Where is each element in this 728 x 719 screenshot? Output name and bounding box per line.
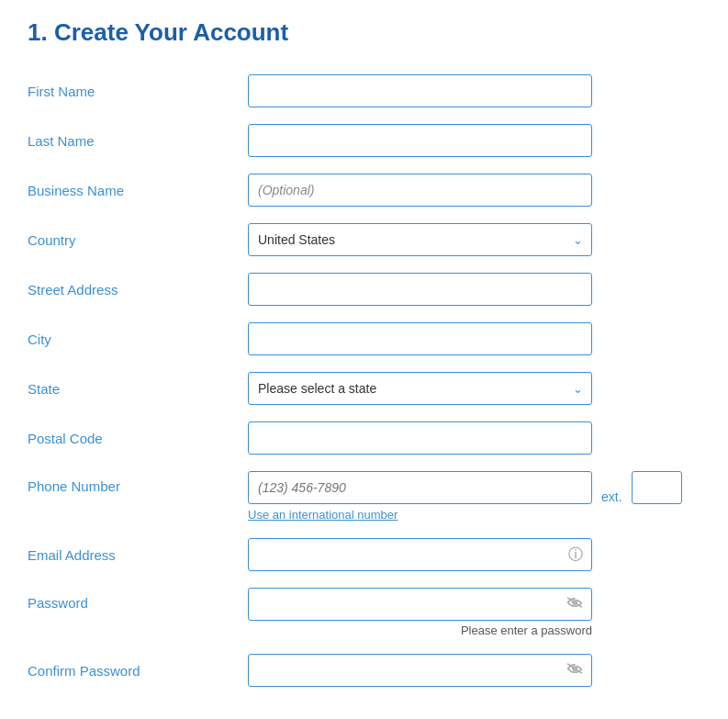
state-select-wrapper: Please select a state Alabama Alaska Ari… [248, 372, 592, 405]
city-field [248, 322, 700, 355]
phone-number-input[interactable] [248, 471, 592, 504]
password-label: Password [28, 588, 248, 611]
password-input-wrapper [248, 588, 592, 621]
confirm-password-field [248, 654, 700, 687]
phone-number-label: Phone Number [28, 471, 248, 494]
last-name-field [248, 124, 700, 157]
business-name-input[interactable] [248, 174, 592, 207]
password-row: Password Please enter a password [28, 588, 700, 637]
ext-input[interactable] [632, 471, 682, 504]
country-row: Country United States Canada United King… [28, 223, 700, 256]
postal-code-input[interactable] [248, 421, 592, 455]
email-address-label: Email Address [28, 547, 248, 563]
business-name-label: Business Name [28, 183, 248, 198]
password-input[interactable] [248, 588, 592, 621]
password-field: Please enter a password [248, 588, 700, 637]
phone-row-inner: Use an international number ext. [248, 471, 700, 522]
phone-number-row: Phone Number Use an international number… [28, 471, 700, 522]
first-name-field [248, 74, 700, 107]
business-name-row: Business Name [28, 174, 700, 207]
first-name-input[interactable] [248, 74, 592, 107]
street-address-row: Street Address [28, 273, 700, 306]
confirm-password-input-wrapper [248, 654, 592, 687]
country-label: Country [28, 232, 248, 248]
eye-slash-icon[interactable] [566, 596, 583, 612]
last-name-label: Last Name [28, 133, 248, 149]
first-name-row: First Name [28, 74, 700, 107]
confirm-password-row: Confirm Password [28, 654, 700, 687]
confirm-eye-slash-icon[interactable] [566, 662, 583, 679]
postal-code-label: Postal Code [28, 431, 248, 446]
email-address-row: Email Address ⓘ [28, 538, 700, 571]
postal-code-row: Postal Code [28, 421, 700, 455]
password-error-message: Please enter a password [248, 624, 592, 637]
phone-input-wrapper: Use an international number [248, 471, 592, 522]
info-icon: ⓘ [568, 545, 583, 565]
street-address-field [248, 273, 700, 306]
country-select[interactable]: United States Canada United Kingdom Aust… [248, 223, 592, 256]
intl-number-link[interactable]: Use an international number [248, 508, 592, 522]
state-label: State [28, 381, 248, 397]
business-name-field [248, 174, 700, 207]
confirm-password-input[interactable] [248, 654, 592, 687]
email-address-field: ⓘ [248, 538, 700, 571]
email-address-input[interactable] [248, 538, 592, 571]
country-select-wrapper: United States Canada United Kingdom Aust… [248, 223, 592, 256]
state-row: State Please select a state Alabama Alas… [28, 372, 700, 405]
phone-number-field: Use an international number ext. [248, 471, 700, 522]
street-address-input[interactable] [248, 273, 592, 306]
city-input[interactable] [248, 322, 592, 355]
last-name-input[interactable] [248, 124, 592, 157]
first-name-label: First Name [28, 84, 248, 99]
postal-code-field [248, 421, 700, 455]
state-field: Please select a state Alabama Alaska Ari… [248, 372, 700, 405]
state-select[interactable]: Please select a state Alabama Alaska Ari… [248, 372, 592, 405]
city-row: City [28, 322, 700, 355]
email-input-wrapper: ⓘ [248, 538, 592, 571]
last-name-row: Last Name [28, 124, 700, 157]
confirm-password-label: Confirm Password [28, 663, 248, 679]
page-title: 1. Create Your Account [28, 18, 700, 47]
ext-label: ext. [601, 489, 622, 504]
street-address-label: Street Address [28, 282, 248, 298]
city-label: City [28, 331, 248, 347]
country-field: United States Canada United Kingdom Aust… [248, 223, 700, 256]
